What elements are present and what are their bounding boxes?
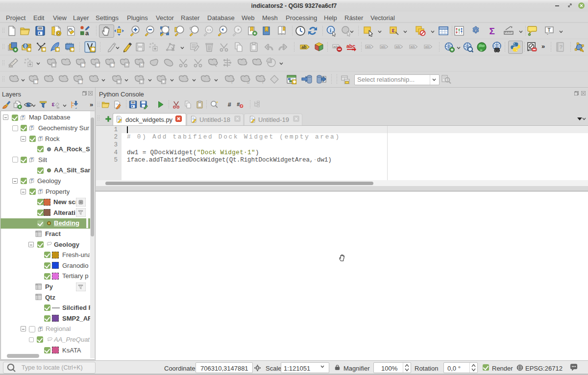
- svg-text:T: T: [548, 27, 551, 33]
- svg-text:#: #: [237, 101, 240, 107]
- svg-text:ab: ab: [411, 45, 415, 49]
- svg-text:d: d: [247, 80, 249, 85]
- svg-text:✱: ✱: [293, 80, 296, 84]
- svg-text:✱: ✱: [91, 47, 95, 52]
- svg-text:✱: ✱: [43, 47, 46, 52]
- svg-text:ε: ε: [52, 101, 55, 108]
- svg-text:#: #: [241, 104, 243, 108]
- svg-text:✱: ✱: [79, 80, 82, 84]
- svg-text:i: i: [330, 27, 331, 33]
- svg-text:✱: ✱: [56, 47, 60, 52]
- svg-text:ab: ab: [367, 45, 371, 49]
- svg-text:abc: abc: [346, 43, 355, 49]
- svg-text:✱: ✱: [96, 63, 99, 68]
- svg-text:×: ×: [141, 62, 143, 67]
- svg-text:?: ?: [560, 44, 563, 50]
- svg-text:1:1: 1:1: [207, 28, 212, 31]
- svg-text:ab: ab: [381, 45, 386, 49]
- svg-text:ε: ε: [392, 27, 395, 34]
- svg-text:✱: ✱: [81, 63, 85, 68]
- svg-text:a: a: [85, 29, 89, 37]
- svg-text:✱: ✱: [111, 63, 114, 68]
- svg-text:×: ×: [126, 62, 128, 67]
- svg-text:✱: ✱: [28, 47, 31, 52]
- svg-text:ab: ab: [425, 45, 430, 49]
- svg-text:Σ: Σ: [490, 26, 495, 36]
- svg-text:ab: ab: [301, 45, 307, 49]
- svg-text:ab: ab: [396, 45, 400, 49]
- svg-text:✱: ✱: [34, 80, 38, 84]
- svg-text:✱: ✱: [71, 47, 74, 52]
- svg-text:#: #: [228, 101, 231, 108]
